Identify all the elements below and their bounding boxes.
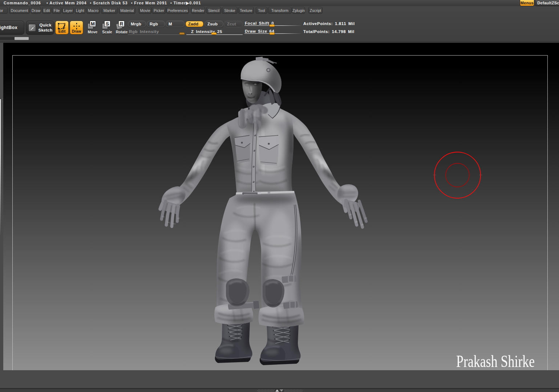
- top-shelf: Commando_0036 • Active Mem 2004• Scratch…: [0, 0, 559, 43]
- menu-item-light[interactable]: Light: [75, 7, 85, 14]
- total-points-stat: TotalPoints: 14.798 Mil: [303, 29, 355, 34]
- menu-item-stroke[interactable]: Stroke: [222, 7, 238, 14]
- bottom-tray-handle[interactable]: [257, 389, 303, 392]
- figure-torso: [227, 107, 297, 198]
- menu-item-movie[interactable]: Movie: [139, 7, 151, 14]
- z-intensity-label: Z Intensity 25: [191, 29, 222, 34]
- m-button[interactable]: M: [166, 21, 185, 27]
- move-icon: M: [90, 21, 96, 27]
- title-bar: Commando_0036 • Active Mem 2004• Scratch…: [0, 0, 559, 6]
- menu-item-render[interactable]: Render: [191, 7, 205, 14]
- tray-down-arrow-icon: [280, 389, 283, 392]
- brush-cursor: [433, 152, 482, 198]
- commando-sculpture: [0, 43, 559, 370]
- menus-button[interactable]: Menus: [520, 0, 534, 6]
- document-title: Commando_0036: [4, 1, 41, 5]
- menu-item-preferences[interactable]: Preferences: [166, 7, 189, 14]
- shelf-scrollbar[interactable]: [0, 37, 29, 40]
- memory-stat-segment: • Active Mem 2004: [46, 1, 86, 5]
- menu-item-file[interactable]: File: [52, 7, 61, 14]
- menu-item-transform[interactable]: Transform: [268, 7, 292, 14]
- memory-stat-segment: • Free Mem 2091: [131, 1, 167, 5]
- edit-label: Edit: [56, 29, 68, 33]
- document-canvas[interactable]: Prakash Shirke: [0, 43, 559, 370]
- menu-item-document[interactable]: Document: [9, 7, 30, 14]
- quick-sketch-label: Quick Sketch: [37, 23, 54, 33]
- draw-label: Draw: [70, 29, 83, 33]
- rotate-icon: R: [118, 21, 125, 27]
- draw-size-handle[interactable]: [269, 32, 275, 35]
- default-zscript-button[interactable]: DefaultZScript: [535, 0, 559, 6]
- rgb-intensity-handle[interactable]: [179, 32, 185, 35]
- memory-stats: • Active Mem 2004• Scratch Disk 53• Free…: [46, 1, 204, 5]
- menu-item-picker[interactable]: Picker: [152, 7, 166, 14]
- menu-bar: ColorDocumentDrawEditFileLayerLightMacro…: [0, 7, 559, 14]
- zadd-button[interactable]: Zadd: [185, 21, 204, 27]
- artist-signature: Prakash Shirke: [456, 352, 535, 371]
- menu-item-marker[interactable]: Marker: [101, 7, 118, 14]
- shelf-scrollbar-thumb[interactable]: [15, 37, 29, 40]
- draw-button[interactable]: Draw: [70, 21, 83, 34]
- menu-item-texture[interactable]: Texture: [238, 7, 254, 14]
- lightbox-button[interactable]: LightBox: [0, 21, 24, 34]
- zcut-button[interactable]: Zcut: [224, 21, 243, 27]
- menu-item-zplugin[interactable]: Zplugin: [292, 7, 305, 14]
- rgb-intensity-slider[interactable]: [128, 34, 185, 35]
- menu-item-zscript[interactable]: Zscript: [308, 7, 323, 14]
- menu-item-layer[interactable]: Layer: [62, 7, 74, 14]
- focal-shift-handle[interactable]: [269, 24, 275, 27]
- menu-item-color[interactable]: Color: [0, 7, 8, 14]
- brush-icon: [28, 24, 36, 32]
- active-points-stat: ActivePoints: 1.811 Mil: [303, 21, 355, 26]
- menu-item-draw[interactable]: Draw: [31, 7, 41, 14]
- edit-button[interactable]: Edit: [55, 21, 69, 34]
- quick-sketch-button[interactable]: Quick Sketch: [26, 21, 54, 34]
- rgb-button[interactable]: Rgb: [147, 21, 165, 27]
- tray-up-arrow-icon: [275, 389, 279, 392]
- z-intensity-handle[interactable]: [211, 32, 217, 35]
- menu-item-macro[interactable]: Macro: [86, 7, 100, 14]
- memory-stat-segment: • Timer▶0.001: [170, 1, 201, 5]
- zsub-button[interactable]: Zsub: [204, 21, 223, 27]
- menu-item-stencil[interactable]: Stencil: [206, 7, 221, 14]
- mrgb-button[interactable]: Mrgb: [128, 21, 146, 27]
- menu-item-edit[interactable]: Edit: [42, 7, 51, 14]
- scale-icon: S: [104, 21, 110, 27]
- memory-stat-segment: • Scratch Disk 53: [90, 1, 127, 5]
- menu-item-material[interactable]: Material: [119, 7, 135, 14]
- rgb-intensity-label: Rgb Intensity: [129, 29, 159, 34]
- bottom-tray: [0, 370, 559, 392]
- zbrush-window: Commando_0036 • Active Mem 2004• Scratch…: [0, 0, 559, 392]
- menu-item-tool[interactable]: Tool: [256, 7, 267, 14]
